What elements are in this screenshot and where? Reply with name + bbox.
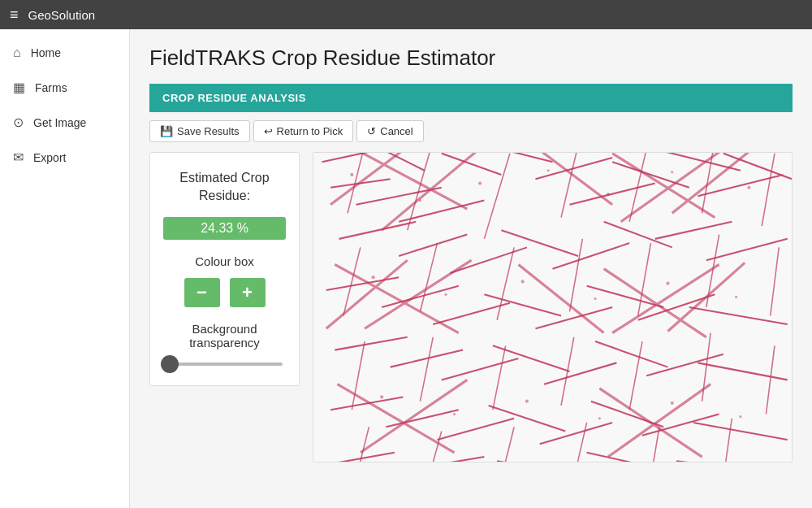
colour-box-label: Colour box (195, 254, 254, 268)
sidebar-item-export[interactable]: ✉ Export (0, 140, 129, 175)
colour-decrease-button[interactable]: − (184, 278, 220, 307)
colour-buttons: − + (184, 278, 266, 307)
svg-point-100 (607, 193, 610, 196)
svg-point-96 (350, 173, 353, 176)
home-icon: ⌂ (13, 46, 21, 60)
export-icon: ✉ (13, 150, 24, 165)
cancel-icon: ↺ (367, 125, 376, 137)
sidebar-label-farms: Farms (35, 81, 67, 94)
sidebar-label-export: Export (33, 151, 66, 164)
svg-point-112 (598, 417, 601, 419)
layout: ⌂ Home ▦ Farms ⊙ Get Image ✉ Export Fiel… (0, 29, 812, 508)
menu-icon[interactable]: ≡ (10, 7, 19, 24)
sidebar-label-get-image: Get Image (33, 116, 86, 129)
cancel-button[interactable]: ↺ Cancel (356, 120, 423, 142)
field-image-area: ••• (313, 152, 793, 462)
svg-point-105 (521, 280, 525, 283)
app-title: GeoSolution (28, 8, 96, 22)
svg-point-108 (735, 296, 737, 298)
save-label: Save Results (177, 125, 240, 137)
svg-point-98 (478, 181, 482, 185)
topbar: ≡ GeoSolution (0, 0, 812, 29)
page-title: FieldTRAKS Crop Residue Estimator (149, 46, 793, 71)
svg-point-110 (453, 413, 456, 415)
estimated-crop-residue-label: Estimated Crop Residue: (163, 169, 286, 206)
toolbar: 💾 Save Results ↩ Return to Pick ↺ Cancel (149, 112, 793, 152)
svg-point-101 (671, 171, 673, 173)
camera-icon: ⊙ (13, 115, 24, 130)
return-icon: ↩ (264, 125, 273, 137)
svg-point-106 (594, 297, 597, 300)
svg-point-102 (747, 186, 750, 189)
svg-point-104 (444, 293, 447, 296)
section-header: CROP RESIDUE ANALYSIS (149, 84, 793, 112)
svg-point-103 (372, 276, 375, 279)
save-results-button[interactable]: 💾 Save Results (149, 120, 250, 142)
farms-icon: ▦ (13, 80, 25, 95)
main-content: FieldTRAKS Crop Residue Estimator CROP R… (130, 29, 812, 508)
residue-value-badge: 24.33 % (163, 217, 286, 240)
svg-point-114 (739, 415, 741, 418)
svg-point-111 (525, 400, 529, 403)
return-label: Return to Pick (277, 125, 343, 137)
slider-track[interactable] (166, 363, 283, 366)
crop-residue-image (313, 153, 792, 462)
sidebar-item-get-image[interactable]: ⊙ Get Image (0, 105, 129, 140)
sidebar: ⌂ Home ▦ Farms ⊙ Get Image ✉ Export (0, 29, 130, 508)
background-transparency-label: Background transparency (163, 322, 286, 350)
slider-thumb[interactable] (161, 355, 179, 373)
cancel-label: Cancel (380, 125, 412, 137)
svg-point-99 (547, 169, 550, 172)
analysis-card: Estimated Crop Residue: 24.33 % Colour b… (149, 152, 300, 386)
transparency-slider-container[interactable] (163, 359, 286, 366)
save-icon: 💾 (160, 125, 173, 137)
svg-point-107 (666, 281, 669, 284)
sidebar-item-home[interactable]: ⌂ Home (0, 36, 129, 70)
svg-point-97 (419, 199, 421, 202)
field-svg (313, 153, 792, 462)
sidebar-item-farms[interactable]: ▦ Farms (0, 70, 129, 105)
colour-increase-button[interactable]: + (230, 278, 266, 307)
svg-point-113 (671, 402, 674, 405)
content-row: Estimated Crop Residue: 24.33 % Colour b… (149, 152, 793, 462)
sidebar-label-home: Home (31, 46, 61, 59)
return-to-pick-button[interactable]: ↩ Return to Pick (253, 120, 354, 142)
svg-point-109 (380, 395, 383, 398)
